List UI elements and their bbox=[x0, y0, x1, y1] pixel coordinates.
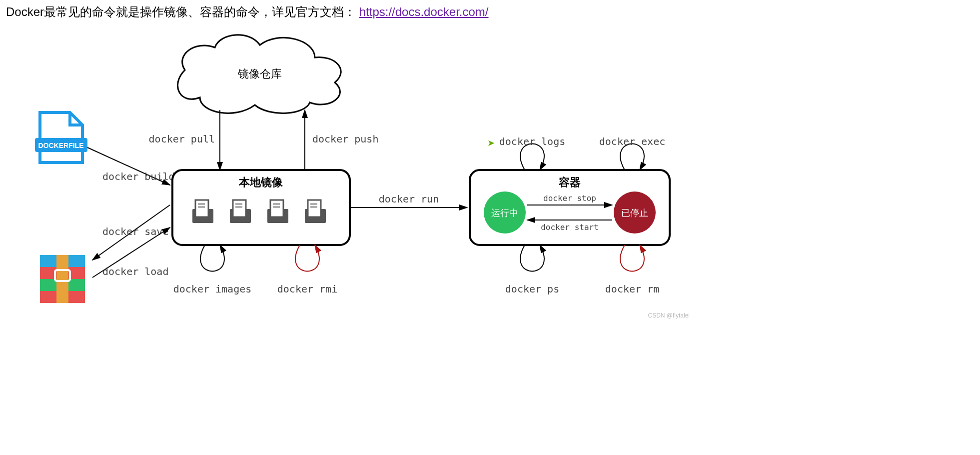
docs-link[interactable]: https://docs.docker.com/ bbox=[359, 5, 489, 18]
cursor-icon: ➤ bbox=[487, 138, 495, 148]
local-images-label: 本地镜像 bbox=[238, 176, 283, 188]
svg-rect-17 bbox=[270, 200, 283, 217]
watermark: CSDN @flytalei bbox=[648, 312, 690, 319]
container-label: 容器 bbox=[558, 176, 581, 188]
dockerfile-label: DOCKERFILE bbox=[38, 142, 84, 150]
cmd-load: docker load bbox=[102, 266, 168, 278]
cmd-images: docker images bbox=[173, 283, 252, 295]
loop-rm bbox=[620, 245, 644, 272]
registry-cloud: 镜像仓库 bbox=[178, 35, 341, 114]
registry-label: 镜像仓库 bbox=[237, 68, 282, 80]
cmd-exec: docker exec bbox=[599, 136, 665, 148]
cmd-logs: docker logs bbox=[499, 136, 565, 148]
state-running-label: 运行中 bbox=[491, 208, 518, 218]
cmd-rm: docker rm bbox=[605, 283, 659, 295]
state-stopped-label: 已停止 bbox=[621, 208, 648, 218]
archive-icon bbox=[40, 255, 85, 303]
page-title-line: Docker最常见的命令就是操作镜像、容器的命令，详见官方文档： https:/… bbox=[0, 0, 980, 20]
intro-text: Docker最常见的命令就是操作镜像、容器的命令，详见官方文档： bbox=[6, 5, 356, 18]
loop-logs bbox=[520, 144, 544, 170]
diagram-canvas: 镜像仓库 docker pull docker push DOCKERFILE … bbox=[0, 20, 730, 335]
cmd-rmi: docker rmi bbox=[277, 283, 337, 295]
cmd-build: docker build bbox=[102, 170, 175, 182]
loop-rmi bbox=[295, 245, 319, 272]
cmd-push: docker push bbox=[312, 133, 378, 145]
svg-rect-21 bbox=[308, 200, 321, 217]
cmd-start: docker start bbox=[541, 222, 599, 232]
svg-rect-13 bbox=[233, 200, 246, 217]
container-box: 容器 运行中 已停止 docker stop docker start bbox=[470, 170, 670, 245]
cmd-save: docker save bbox=[102, 226, 168, 238]
svg-rect-5 bbox=[56, 255, 68, 303]
cmd-pull: docker pull bbox=[149, 133, 215, 145]
svg-rect-9 bbox=[195, 200, 208, 217]
loop-images bbox=[200, 245, 224, 272]
cmd-ps: docker ps bbox=[505, 283, 559, 295]
cmd-stop: docker stop bbox=[543, 194, 596, 203]
loop-ps bbox=[520, 245, 544, 272]
cmd-run: docker run bbox=[379, 193, 439, 205]
loop-exec bbox=[620, 144, 644, 170]
dockerfile-icon: DOCKERFILE bbox=[35, 112, 87, 162]
local-images-box: 本地镜像 bbox=[172, 170, 350, 245]
